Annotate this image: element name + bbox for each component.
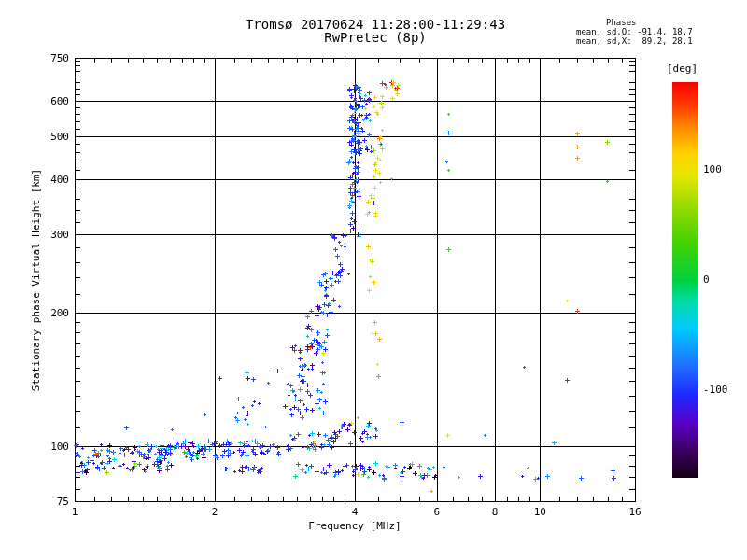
phase-stats-o-mode: mean, sd,O: -91.4, 18.7 [576,27,693,36]
y-tick-label: 300 [37,230,69,240]
x-tick-label: 10 [526,507,554,517]
phase-stats-header: Phases [576,18,693,27]
ionogram-plot-canvas [0,0,747,560]
phase-stats-block: Phases mean, sd,O: -91.4, 18.7 mean, sd,… [576,18,693,46]
x-tick-label: 16 [621,507,649,517]
y-tick-label: 750 [37,53,69,63]
colorbar-gradient [672,82,698,478]
x-tick-label: 6 [423,507,451,517]
colorbar-tick-label: 100 [703,164,722,175]
ionogram-page: Tromsø 20170624 11:28:00-11:29:43 RwPret… [0,0,747,560]
x-tick-label: 8 [481,507,509,517]
y-tick-label: 600 [37,96,69,106]
x-tick-label: 4 [341,507,369,517]
y-tick-label: 100 [37,441,69,452]
y-tick-label: 75 [37,497,69,507]
x-tick-label: 2 [201,507,229,517]
colorbar-unit-label: [deg] [667,63,698,75]
y-tick-label: 400 [37,175,69,185]
colorbar-tick-label: -100 [703,385,728,396]
y-tick-label: 500 [37,132,69,142]
y-axis-label: Stationary phase Virtual Height [km] [30,169,42,391]
x-axis-label: Frequency [MHz] [75,520,635,532]
colorbar-tick-label: 0 [703,274,710,286]
y-tick-label: 200 [37,308,69,318]
phase-stats-x-mode: mean, sd,X: 89.2, 28.1 [576,36,693,46]
x-tick-label: 1 [61,507,89,517]
